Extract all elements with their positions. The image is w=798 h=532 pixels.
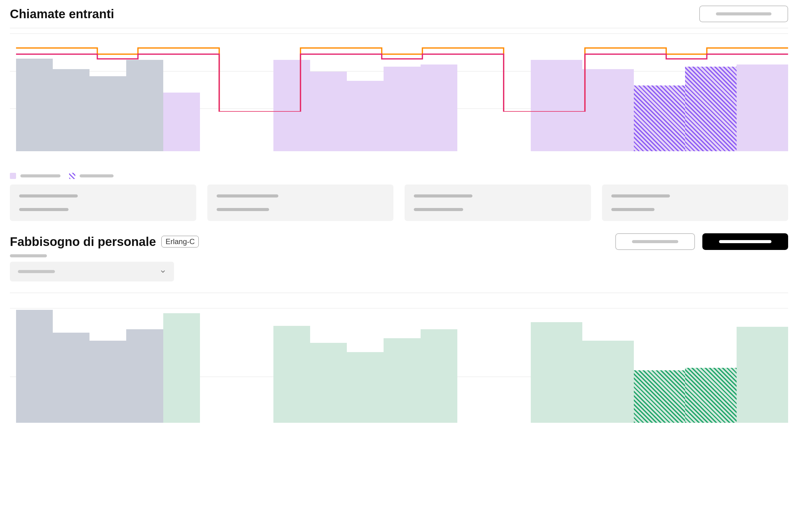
chart-bar — [90, 341, 126, 423]
chart-bar-adjusted-overlay — [634, 86, 685, 151]
chart-bar — [53, 332, 90, 423]
chart-bar — [634, 370, 685, 423]
summary-card[interactable] — [207, 185, 394, 221]
sub-label — [10, 254, 788, 258]
chart-day-group — [531, 309, 788, 423]
section-title: Fabbisogno di personale — [10, 235, 156, 249]
chart-bar — [310, 72, 347, 151]
summary-card[interactable] — [602, 185, 788, 221]
chevron-down-icon — [160, 268, 166, 274]
chart-legend — [10, 173, 788, 179]
chart-day-group — [16, 34, 273, 151]
chart-bar — [16, 59, 53, 151]
section-title: Chiamate entranti — [10, 7, 114, 21]
chart-bar — [685, 368, 737, 423]
legend-label — [80, 174, 114, 177]
legend-label — [20, 174, 60, 177]
method-badge: Erlang-C — [162, 236, 199, 247]
chart-bar — [126, 60, 163, 151]
chart-bar — [16, 310, 53, 423]
chart-bar — [384, 66, 420, 151]
chart-bar — [737, 64, 788, 151]
chart-day-group — [273, 34, 531, 151]
summary-card[interactable] — [10, 185, 196, 221]
chart-bar — [737, 327, 788, 423]
section2-primary-button[interactable] — [702, 233, 788, 250]
chart-bar — [273, 60, 310, 151]
chart-bar — [126, 329, 163, 423]
chart-bar — [421, 329, 457, 423]
summary-card[interactable] — [404, 185, 591, 221]
staffing-section: Fabbisogno di personale Erlang-C — [10, 233, 788, 423]
chart-bar — [347, 352, 384, 423]
summary-cards — [10, 185, 788, 221]
legend-swatch-forecast — [10, 173, 16, 179]
staffing-select[interactable] — [10, 262, 174, 281]
legend-swatch-adjusted — [69, 173, 75, 179]
chart-day-group — [273, 309, 531, 423]
chart-bar — [582, 69, 634, 151]
chart-bar — [273, 326, 310, 423]
incoming-calls-section: Chiamate entranti — [10, 5, 788, 221]
staffing-chart — [10, 309, 788, 423]
chart-bar — [163, 313, 200, 423]
divider — [10, 28, 788, 28]
chart-day-group — [16, 309, 273, 423]
chart-bar-adjusted-overlay — [634, 370, 685, 423]
chart-bar — [347, 81, 384, 151]
chart-bar — [310, 343, 347, 423]
chart-bar — [531, 60, 582, 151]
section1-options-button[interactable] — [699, 5, 788, 22]
chart-bar-adjusted-overlay — [685, 66, 737, 151]
divider — [10, 292, 788, 293]
chart-bar — [634, 86, 685, 151]
chart-bar — [421, 64, 457, 151]
chart-bar — [582, 341, 634, 423]
chart-day-group — [531, 34, 788, 151]
incoming-calls-chart — [10, 34, 788, 151]
section2-secondary-button[interactable] — [615, 233, 695, 250]
chart-bar — [90, 76, 126, 151]
chart-bar-adjusted-overlay — [685, 368, 737, 423]
chart-bar — [384, 338, 420, 423]
chart-bar — [531, 322, 582, 423]
chart-bar — [685, 66, 737, 151]
chart-bar — [53, 69, 90, 151]
chart-bar — [163, 93, 200, 151]
